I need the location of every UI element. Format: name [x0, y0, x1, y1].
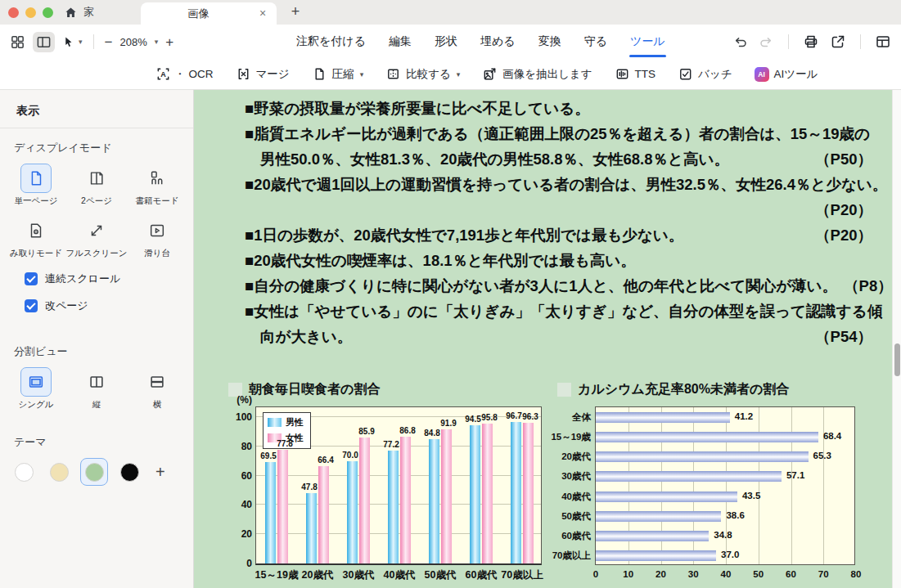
- menu-convert[interactable]: 変換: [537, 32, 563, 52]
- document-line: ■20歳代で週1回以上の運動習慣を持っている者の割合は、男性32.5％、女性26…: [245, 172, 872, 197]
- bar: [277, 450, 288, 563]
- mode-fullscreen[interactable]: フルスクリーン: [66, 216, 127, 259]
- bar: [359, 438, 370, 563]
- legend-label: 男性: [286, 416, 304, 429]
- theme-sepia[interactable]: [45, 458, 73, 486]
- split-horizontal[interactable]: 横: [127, 367, 187, 411]
- mode-reading[interactable]: み取りモード: [6, 216, 66, 259]
- home-button[interactable]: 家: [64, 2, 94, 22]
- display-mode-grid: 単一ページ 2ページ 書籍モード み取りモード フルスクリーン: [6, 164, 193, 259]
- bar: [596, 471, 782, 482]
- theme-green[interactable]: [80, 458, 108, 486]
- x-axis-tick: 60: [786, 569, 796, 579]
- bar: [306, 493, 317, 563]
- bar-value-label: 77.8: [268, 439, 301, 448]
- dropdown-caret-icon: ▾: [360, 70, 364, 79]
- document-page[interactable]: ■野菜の摂取量が栄養所要量に比べ不足している。 ■脂質エネルギー比が過剰である（…: [194, 90, 892, 588]
- close-window-button[interactable]: [8, 7, 19, 18]
- zoom-out-button[interactable]: −: [105, 35, 113, 49]
- print-icon[interactable]: [803, 34, 819, 50]
- bar-value-label: 96.3: [514, 412, 547, 421]
- layout-panel-icon[interactable]: [875, 34, 891, 50]
- redo-icon[interactable]: [759, 34, 774, 50]
- maximize-window-button[interactable]: [43, 7, 53, 18]
- x-axis-category: 70歳以上: [501, 568, 543, 582]
- bar: [511, 422, 521, 563]
- bar: [388, 451, 399, 563]
- y-axis-tick: 20: [229, 528, 252, 540]
- undo-icon[interactable]: [732, 34, 748, 50]
- bar-value-label: 41.2: [735, 411, 753, 421]
- split-single[interactable]: シングル: [6, 367, 66, 411]
- calcium-chart-plot: 01020304050607080全体41.215～19歳68.420歳代65.…: [595, 406, 855, 565]
- tts-tool[interactable]: TTS: [615, 66, 656, 82]
- scrollbar-thumb[interactable]: [894, 343, 900, 376]
- extract-image-tool[interactable]: 画像を抽出します: [482, 66, 592, 82]
- bar: [429, 439, 439, 563]
- page-break-option[interactable]: 改ページ: [25, 298, 193, 313]
- menu-edit[interactable]: 編集: [387, 32, 413, 52]
- mode-single-page[interactable]: 単一ページ: [6, 164, 66, 207]
- book-mode-icon: [148, 169, 166, 187]
- home-icon: [64, 6, 78, 20]
- split-vertical-icon: [87, 373, 106, 391]
- ocr-tool[interactable]: A ・ OCR: [155, 66, 214, 82]
- compress-tool[interactable]: 圧縮 ▾: [312, 66, 364, 82]
- x-axis-category: 30歳代: [343, 568, 375, 582]
- add-theme-button[interactable]: +: [155, 463, 165, 482]
- mode-slideshow[interactable]: 滑り台: [127, 216, 187, 259]
- bar: [265, 462, 276, 563]
- menu-annotate[interactable]: 注釈を付ける: [295, 32, 367, 52]
- document-line: 向が大きい。（P54）: [245, 324, 872, 349]
- compare-icon: [385, 66, 401, 82]
- mode-book[interactable]: 書籍モード: [127, 164, 187, 207]
- x-axis-tick: 80: [851, 569, 862, 579]
- mode-two-page[interactable]: 2ページ: [66, 164, 127, 207]
- home-label: 家: [83, 5, 94, 20]
- bar: [523, 423, 534, 563]
- document-line: ■1日の歩数が、20歳代女性で7,191歩と年代別では最も少ない。（P20）: [245, 222, 872, 248]
- tab-close-icon[interactable]: ×: [256, 7, 269, 20]
- merge-tool[interactable]: マージ: [236, 66, 290, 82]
- menu-fill[interactable]: 埋める: [479, 32, 517, 52]
- thumbnail-grid-icon[interactable]: [10, 34, 25, 50]
- single-page-icon: [27, 169, 45, 187]
- x-axis-category: 60歳代: [466, 568, 498, 582]
- batch-tool[interactable]: バッチ: [678, 66, 732, 82]
- checkbox-checked-icon[interactable]: [25, 272, 38, 285]
- split-vertical[interactable]: 縦: [66, 367, 127, 411]
- menu-protect[interactable]: 守る: [583, 32, 609, 52]
- breakfast-chart: 朝食毎日喫食者の割合 020406080100(%)男性女性69.577.815…: [228, 381, 556, 565]
- vertical-scrollbar[interactable]: [892, 90, 901, 588]
- menu-shape[interactable]: 形状: [433, 32, 459, 52]
- category-label: 40歳代: [547, 491, 591, 503]
- bar: [596, 511, 721, 522]
- y-axis-tick: 40: [229, 499, 252, 510]
- theme-white[interactable]: [10, 458, 38, 486]
- breakfast-chart-plot: 020406080100(%)男性女性69.577.815～19歳47.866.…: [255, 406, 542, 565]
- tab-image[interactable]: 画像 ×: [141, 2, 277, 25]
- bar: [596, 550, 716, 561]
- zoom-dropdown-icon[interactable]: ▾: [155, 38, 159, 46]
- x-axis-tick: 10: [623, 569, 633, 579]
- new-tab-button[interactable]: +: [287, 3, 304, 20]
- menu-tools[interactable]: ツール: [628, 32, 667, 52]
- ai-tools[interactable]: AI AIツール: [755, 67, 818, 82]
- zoom-level[interactable]: 208%: [119, 36, 146, 48]
- select-cursor-tool[interactable]: ▾: [62, 35, 83, 49]
- compress-label: 圧縮: [332, 67, 354, 82]
- ocr-dot: ・: [174, 67, 186, 82]
- bar: [318, 466, 329, 563]
- zoom-in-button[interactable]: +: [165, 35, 173, 49]
- continuous-scroll-option[interactable]: 連続スクロール: [25, 272, 193, 286]
- checkbox-checked-icon[interactable]: [25, 299, 38, 312]
- breakfast-chart-title: 朝食毎日喫食者の割合: [249, 381, 380, 398]
- minimize-window-button[interactable]: [25, 7, 36, 18]
- sidebar-panel-toggle[interactable]: [33, 32, 55, 52]
- chart-title-bullet: [557, 383, 571, 397]
- share-export-icon[interactable]: [830, 34, 846, 50]
- theme-dark[interactable]: [115, 458, 143, 486]
- compare-tool[interactable]: 比較する ▾: [385, 66, 460, 82]
- extract-image-label: 画像を抽出します: [502, 67, 592, 82]
- tts-icon: [615, 66, 630, 82]
